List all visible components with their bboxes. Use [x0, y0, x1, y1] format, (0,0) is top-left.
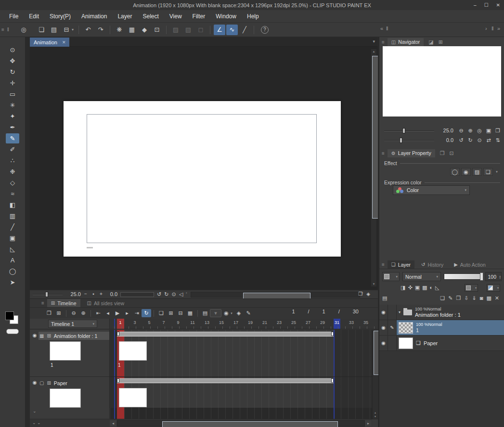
blend-tool[interactable]: ≈	[6, 189, 19, 199]
brush-tool[interactable]: ✐	[6, 144, 19, 155]
canvas-vertical-scrollbar[interactable]: ▴ ▾	[371, 49, 377, 287]
vertical-scroll-thumb[interactable]	[372, 56, 378, 219]
layer-color-combo[interactable]: ▾	[487, 284, 500, 292]
track-cel-thumbnail[interactable]	[50, 388, 81, 408]
zoom-slider[interactable]	[33, 294, 63, 295]
clip-end-handle[interactable]	[331, 378, 334, 383]
status-rotate-ccw-icon[interactable]: ↺	[157, 291, 161, 298]
selection-border-icon[interactable]: ◻	[195, 25, 207, 35]
paper-thumbnail[interactable]	[399, 337, 413, 349]
tab-auto-action[interactable]: ▶ Auto Action	[450, 260, 490, 269]
timeline-select-combo[interactable]: Timeline 1 ▾	[48, 320, 97, 328]
snap-to-ruler-icon[interactable]: ∠	[214, 25, 225, 35]
canvas-tab-animation[interactable]: Animation ✕	[30, 38, 69, 47]
animation-folder-clip[interactable]	[117, 332, 334, 336]
go-to-start-button[interactable]: ⇤	[93, 309, 103, 317]
eraser-tool[interactable]: ◇	[6, 178, 19, 188]
track-visibility-icon[interactable]: ◉	[33, 380, 37, 385]
menu-story[interactable]: Story(P)	[44, 13, 76, 20]
minimize-button[interactable]: –	[474, 2, 477, 8]
fit-to-window-icon[interactable]: ❐	[358, 291, 362, 297]
foreground-color-swatch[interactable]	[5, 311, 14, 320]
redo-icon[interactable]: ↷	[95, 25, 106, 35]
scroll-up-icon[interactable]: ▴	[371, 50, 376, 53]
timeline-vertical-scrollbar[interactable]: ▴ ▾	[372, 330, 378, 419]
correct-line-tool[interactable]: ➤	[6, 277, 19, 287]
tone-icon[interactable]: ▨	[472, 168, 482, 176]
layer-row-paper[interactable]: ◉ ❏ Paper	[379, 336, 504, 351]
menu-layer[interactable]: Layer	[112, 13, 137, 20]
timeline-settings-icon[interactable]: ⊞	[54, 309, 64, 317]
scroll-down-icon[interactable]: ▾	[371, 282, 376, 286]
new-raster-layer-icon[interactable]: ❏	[440, 295, 445, 301]
playback-settings-icon[interactable]: ▾	[210, 309, 221, 317]
reference-layer-icon[interactable]: ✜	[408, 285, 412, 291]
scroll-down-icon[interactable]: ▾	[373, 414, 378, 418]
extract-line-icon[interactable]: ◉	[461, 168, 471, 176]
tab-layer-property[interactable]: ⚙ Layer Property	[388, 149, 435, 157]
expand-right-panel-icon[interactable]: ›	[485, 26, 487, 31]
lock-view-icon[interactable]: ◈	[366, 291, 370, 297]
layer-search-icon[interactable]: ▤	[382, 295, 387, 301]
clip-to-below-icon[interactable]: ◨	[401, 285, 405, 291]
zoom-in-timeline-icon[interactable]: ⊕	[78, 309, 88, 317]
nav-reset-rotation-icon[interactable]: ⊙	[476, 137, 483, 143]
frame-border-tool[interactable]: ▣	[6, 233, 19, 243]
paper-clip[interactable]	[117, 378, 334, 383]
pen-tool[interactable]: ✒	[6, 122, 19, 132]
spin-down-icon[interactable]: ▾	[499, 277, 501, 279]
menu-view[interactable]: View	[164, 13, 187, 20]
tab-close-icon[interactable]: ✕	[62, 40, 66, 45]
correction-icon[interactable]: ❋	[114, 25, 125, 35]
transparent-color-swatch[interactable]	[6, 329, 19, 334]
help-icon[interactable]: ?	[261, 26, 269, 34]
border-effect-icon[interactable]: ◯	[450, 168, 460, 176]
gradient-tool[interactable]: ▥	[6, 211, 19, 221]
opacity-slider[interactable]	[444, 273, 483, 280]
canvas-page[interactable]	[64, 101, 341, 257]
track-header-paper[interactable]: ▢ ⊞ Paper	[39, 379, 109, 387]
menu-help[interactable]: Help	[242, 13, 264, 20]
opacity-slider-thumb[interactable]	[480, 272, 483, 281]
snap-to-grid-icon[interactable]: ╱	[239, 25, 250, 35]
loop-play-button[interactable]: ↻	[142, 309, 151, 317]
nav-zoom-in-icon[interactable]: ⊕	[466, 128, 474, 134]
mask-color-combo[interactable]: ▾	[465, 284, 478, 292]
close-button[interactable]: ✕	[496, 2, 500, 8]
screentone-icon[interactable]: ▦	[126, 25, 138, 35]
menu-select[interactable]: Select	[137, 13, 164, 20]
onion-skin-drop-icon[interactable]: ▾	[229, 309, 234, 317]
status-flip-preview-icon[interactable]: ◁	[179, 291, 183, 298]
layer-visibility-icon[interactable]: ◉	[381, 340, 386, 346]
text-tool[interactable]: A	[6, 255, 19, 265]
navigator-preview[interactable]	[383, 46, 501, 116]
new-animation-cel-icon[interactable]: ❏	[156, 309, 166, 317]
new-layer-folder-icon[interactable]: ❒	[456, 295, 461, 301]
new-cel-icon[interactable]: ⊞	[47, 380, 51, 386]
track-header-animation-folder[interactable]: ▦ ⊞ Animation folder : 1	[39, 332, 109, 340]
palette-handle-icon[interactable]: ≡	[382, 39, 385, 45]
rotate-canvas-tool[interactable]: ↻	[6, 67, 19, 77]
new-timeline-icon[interactable]: ❐	[44, 309, 54, 317]
navigator-zoom-slider[interactable]	[384, 130, 434, 131]
separator[interactable]	[66, 310, 66, 317]
menu-file[interactable]: File	[4, 13, 24, 20]
status-zoom-out-icon[interactable]: −	[83, 291, 89, 297]
tab-navigator[interactable]: ◫ Navigator	[388, 38, 424, 46]
enable-mask-icon[interactable]: ◐	[429, 285, 433, 291]
layer-row-cel-selected[interactable]: ◉ ✎ 100 %Normal 1	[379, 320, 504, 336]
decoration-tool[interactable]: ❉	[6, 167, 19, 177]
collapse-timeline-icon[interactable]: ⌄	[32, 420, 36, 425]
separator[interactable]	[166, 26, 167, 34]
collapse-right-panel-icon[interactable]: »	[497, 26, 500, 31]
status-reset-view-icon[interactable]: ⊙	[171, 291, 176, 298]
slider-thumb[interactable]	[400, 138, 402, 143]
status-zoom-in-icon[interactable]: +	[98, 291, 104, 297]
nav-zoom-reset-icon[interactable]: ◎	[476, 128, 483, 134]
horizontal-scroll-thumb[interactable]	[162, 421, 338, 427]
lp-extra-tab1-icon[interactable]: ❐	[440, 150, 445, 156]
open-file-icon[interactable]: ▤	[48, 25, 60, 35]
canvas-viewport[interactable]: ▴ ▾	[30, 47, 378, 290]
track-settings-icon[interactable]: ◈	[234, 309, 244, 317]
play-button[interactable]: ▶	[113, 309, 122, 317]
